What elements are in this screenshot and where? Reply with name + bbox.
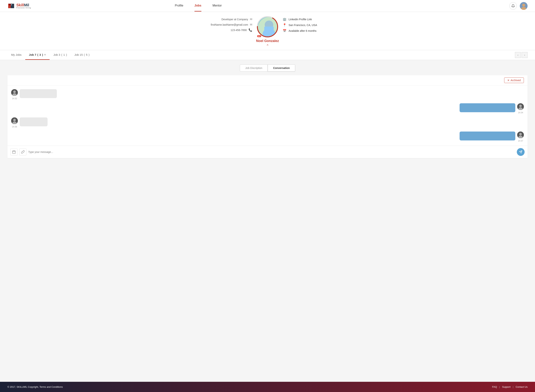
footer-support[interactable]: Support — [502, 386, 511, 388]
message-2-time: 14:34 — [518, 112, 523, 114]
tab-job15[interactable]: Job 15 (5) — [71, 50, 93, 60]
svg-rect-3 — [11, 4, 14, 8]
tab-job3[interactable]: Job 3 (1) — [50, 50, 71, 60]
logo-text: SkillMil Precision Hiring — [16, 3, 31, 9]
message-input-area — [7, 146, 528, 158]
message-1: 14:32 — [11, 89, 524, 100]
linkedin-link[interactable]: Linkedin Profile Link — [289, 18, 312, 21]
location-icon: 📍 — [283, 23, 286, 27]
archived-button[interactable]: ✕ Archived — [504, 77, 524, 83]
message-1-time: 14:32 — [12, 97, 17, 100]
calendar-tool-button[interactable] — [10, 149, 18, 155]
subtab-job-description[interactable]: Job Discription — [240, 65, 268, 71]
send-message-button[interactable] — [517, 148, 525, 156]
user-avatar-img — [520, 2, 528, 10]
svg-rect-4 — [11, 5, 12, 5]
user-avatar[interactable] — [520, 2, 528, 10]
location-row: 📍 San Francisco, CA, USA — [283, 23, 528, 27]
location-text: San Francisco, CA, USA — [289, 23, 317, 27]
email-icon: ✉ — [250, 18, 252, 21]
message-4-bubble — [460, 131, 515, 140]
calendar-icon: 📅 — [283, 29, 286, 33]
profile-score: 60+ — [257, 35, 261, 37]
main-content: Job Discription Conversation ✕ Archived — [0, 60, 535, 382]
svg-point-24 — [519, 133, 522, 135]
message-3-time: 14:36 — [12, 126, 17, 128]
link-tool-button[interactable] — [19, 149, 26, 155]
message-2-bubble — [460, 103, 515, 112]
nav-profile[interactable]: Profile — [175, 0, 183, 12]
message-2: 14:34 — [11, 103, 524, 114]
header-right — [509, 2, 528, 10]
linkedin-icon: 🏢 — [283, 18, 286, 21]
tab-job7-close[interactable]: ✕ — [44, 53, 46, 56]
tab-job7[interactable]: Job 7 (3) ✕ — [25, 50, 50, 60]
tab-my-jobs[interactable]: My Jobs — [7, 50, 25, 60]
svg-point-6 — [522, 4, 525, 7]
svg-rect-13 — [264, 27, 274, 33]
tab-prev-button[interactable]: ‹ — [515, 52, 521, 58]
sender-avatar-3 — [11, 117, 18, 124]
profile-center: 60+ Noel Gonzalez ⌃ — [256, 16, 279, 50]
message-3: 14:36 — [11, 117, 524, 128]
svg-point-15 — [13, 90, 16, 93]
logo-icon — [7, 2, 15, 10]
subtabs: Job Discription Conversation — [7, 65, 528, 71]
profile-section: Developer at Company ✉ firstName.lastNam… — [0, 12, 535, 50]
phone-icon: 📞 — [249, 28, 252, 32]
svg-point-18 — [519, 105, 522, 107]
subtab-conversation[interactable]: Conversation — [268, 65, 295, 71]
footer-copyright: © 2017, SKILLMIL Copyright, Terms and Co… — [7, 386, 63, 388]
message-4: 14:37 — [11, 131, 524, 142]
sender-avatar-4 — [517, 131, 524, 138]
logo[interactable]: SkillMil Precision Hiring — [7, 2, 31, 10]
profile-photo — [258, 17, 277, 36]
profile-ring: 60+ — [256, 16, 279, 38]
footer: © 2017, SKILLMIL Copyright, Terms and Co… — [0, 382, 535, 392]
profile-left: Developer at Company ✉ firstName.lastNam… — [7, 16, 256, 32]
profile-phone: 123-456-7890 — [231, 29, 247, 32]
header: SkillMil Precision Hiring Profile Jobs M… — [0, 0, 535, 12]
tab-navigation: ‹ › — [515, 52, 528, 58]
archived-x-icon: ✕ — [507, 79, 510, 82]
footer-links: FAQ | Support | Contact Us — [492, 386, 528, 388]
jobs-tabs: My Jobs Job 7 (3) ✕ Job 3 (1) Job 15 (5)… — [0, 50, 535, 60]
message-1-bubble — [20, 89, 57, 98]
notifications-button[interactable] — [509, 2, 517, 10]
profile-phone-row: 123-456-7890 📞 — [7, 28, 252, 32]
linkedin-row: 🏢 Linkedin Profile Link — [283, 18, 528, 21]
messages-area: 14:32 14:34 — [7, 85, 528, 146]
footer-faq[interactable]: FAQ — [492, 386, 497, 388]
profile-email-row: firstName.lastName@gmail.com ✉ — [7, 23, 252, 26]
sender-avatar-1 — [11, 89, 18, 96]
profile-name: Noel Gonzalez — [256, 39, 279, 43]
message-input[interactable] — [28, 150, 515, 154]
nav-mentor[interactable]: Mentor — [213, 0, 222, 12]
profile-title: Developer at Company — [221, 18, 248, 21]
profile-right: 🏢 Linkedin Profile Link 📍 San Francisco,… — [279, 16, 528, 33]
footer-contact[interactable]: Contact Us — [516, 386, 528, 388]
profile-email: firstName.lastName@gmail.com — [211, 23, 248, 26]
message-4-time: 14:37 — [518, 140, 523, 142]
svg-point-21 — [13, 119, 16, 121]
conversation-box: ✕ Archived 14:32 — [7, 75, 528, 158]
availability-row: 📅 Available after 6 months — [283, 29, 528, 33]
nav-jobs[interactable]: Jobs — [195, 0, 201, 12]
collapse-profile-button[interactable]: ⌃ — [266, 44, 269, 48]
svg-rect-26 — [13, 151, 15, 154]
mail-icon: ✉ — [250, 23, 252, 26]
main-nav: Profile Jobs Mentor — [175, 0, 222, 12]
profile-title-row: Developer at Company ✉ — [7, 18, 252, 21]
archived-bar: ✕ Archived — [7, 75, 528, 85]
tab-next-button[interactable]: › — [522, 52, 528, 58]
message-3-bubble — [20, 117, 47, 126]
availability-text: Available after 6 months — [289, 29, 316, 32]
sender-avatar-2 — [517, 103, 524, 110]
